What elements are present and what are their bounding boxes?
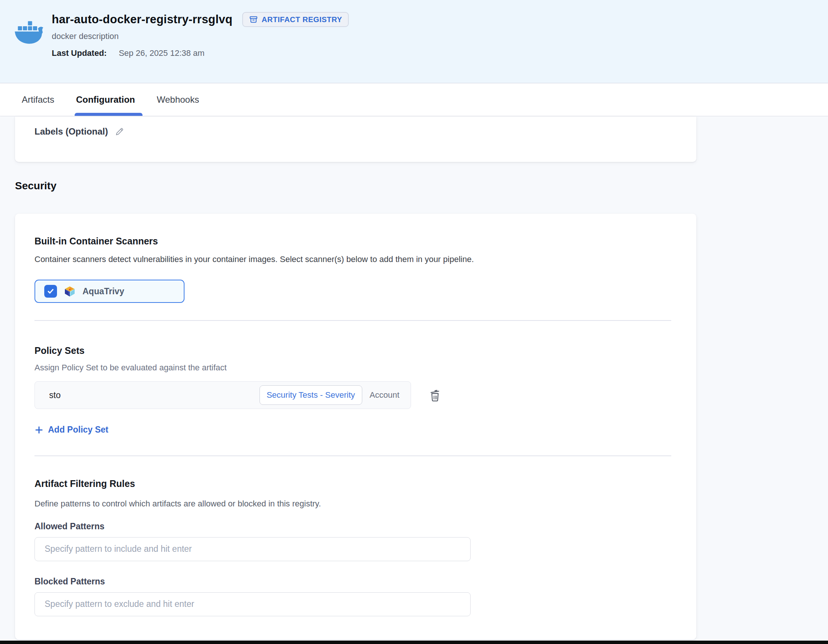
- tab-bar: Artifacts Configuration Webhooks: [0, 84, 828, 116]
- artifact-registry-page: har-auto-docker-registry-rrsglvq ARTIFAC…: [0, 0, 828, 644]
- labels-card: Labels (Optional): [15, 117, 696, 162]
- page-header: har-auto-docker-registry-rrsglvq ARTIFAC…: [0, 0, 828, 83]
- policy-set-chip[interactable]: Security Tests - Severity: [259, 385, 362, 405]
- aquatrivy-checkbox[interactable]: [44, 285, 57, 298]
- scanner-label: AquaTrivy: [83, 287, 124, 296]
- scanners-description: Container scanners detect vulnerabilitie…: [34, 254, 677, 265]
- blocked-patterns-input[interactable]: [34, 592, 470, 616]
- last-updated-value: Sep 26, 2025 12:38 am: [119, 49, 205, 58]
- policy-sets-title: Policy Sets: [34, 345, 677, 356]
- scanner-option-aquatrivy[interactable]: AquaTrivy: [34, 280, 185, 303]
- tab-artifacts[interactable]: Artifacts: [22, 84, 54, 116]
- archive-box-icon: [249, 15, 258, 24]
- policy-set-row: Security Tests - Severity Account: [34, 381, 677, 409]
- security-card: Built-in Container Scanners Container sc…: [15, 214, 696, 639]
- filtering-rules-description: Define patterns to control which artifac…: [34, 498, 677, 509]
- policy-sets-description: Assign Policy Set to be evaluated agains…: [34, 362, 677, 373]
- add-policy-set-label: Add Policy Set: [48, 425, 108, 435]
- tab-webhooks[interactable]: Webhooks: [157, 84, 199, 116]
- allowed-patterns-label: Allowed Patterns: [34, 521, 677, 532]
- trash-icon: [429, 388, 441, 402]
- docker-whale-icon: [14, 16, 45, 47]
- tab-configuration[interactable]: Configuration: [76, 84, 135, 116]
- page-title: har-auto-docker-registry-rrsglvq: [52, 11, 232, 28]
- allowed-patterns-input[interactable]: [34, 537, 470, 561]
- scanners-title: Built-in Container Scanners: [34, 235, 677, 247]
- add-policy-set-button[interactable]: Add Policy Set: [34, 425, 108, 435]
- plus-icon: [34, 425, 44, 434]
- filtering-rules-title: Artifact Filtering Rules: [34, 478, 677, 490]
- policy-set-search-input[interactable]: [49, 390, 259, 401]
- badge-label: ARTIFACT REGISTRY: [262, 16, 342, 24]
- last-updated-label: Last Updated:: [52, 49, 107, 58]
- blocked-patterns-label: Blocked Patterns: [34, 576, 677, 587]
- bottom-edge-bar: [0, 641, 828, 644]
- divider: [34, 456, 671, 456]
- security-section-title: Security: [15, 179, 828, 193]
- check-icon: [47, 288, 54, 295]
- edit-labels-button[interactable]: [114, 126, 125, 137]
- artifact-registry-badge: ARTIFACT REGISTRY: [242, 12, 349, 27]
- labels-title: Labels (Optional): [34, 126, 108, 137]
- policy-set-scope: Account: [370, 390, 400, 400]
- delete-policy-set-button[interactable]: [428, 388, 442, 403]
- divider: [34, 320, 671, 321]
- configuration-content: Labels (Optional) Security Built-in Cont…: [0, 117, 828, 644]
- pencil-icon: [115, 127, 124, 136]
- registry-description: docker description: [52, 31, 349, 42]
- policy-set-select[interactable]: Security Tests - Severity Account: [34, 381, 411, 409]
- trivy-cube-icon: [64, 285, 76, 297]
